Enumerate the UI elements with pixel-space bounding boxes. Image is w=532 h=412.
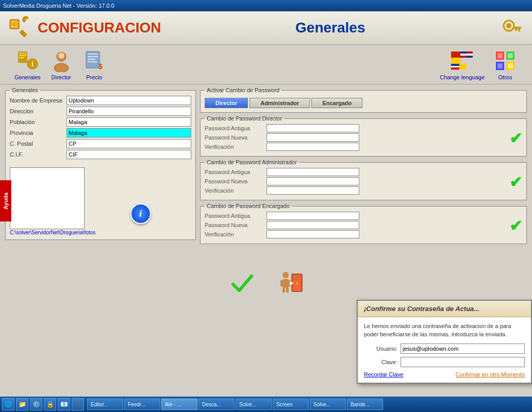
pwd-encargado-nueva-label: Password Nueva (205, 222, 267, 228)
taskbar-icon-1[interactable]: 🌐 (2, 398, 14, 410)
dialog-link-confirmar[interactable]: Confirmar en otro Momento (456, 371, 525, 377)
pwd-admin-nueva-input[interactable] (267, 177, 359, 185)
taskbar-btn-5[interactable]: Screen (273, 399, 309, 410)
input-cif[interactable] (66, 150, 191, 159)
title-bar: SolverMedia Drogueria Net - Versión: 17.… (0, 0, 532, 11)
pwd-admin-verif-input[interactable] (267, 186, 359, 195)
exit-button[interactable] (275, 270, 304, 297)
director-icon (49, 48, 74, 73)
generales-icon: i (15, 48, 40, 73)
ayuda-sidebar[interactable]: Ayuda (0, 180, 11, 221)
svg-rect-10 (515, 29, 517, 31)
svg-rect-53 (282, 287, 285, 293)
label-postal: C. Postal (10, 141, 66, 147)
svg-point-18 (54, 63, 69, 72)
taskbar-icon-4[interactable]: 🔒 (44, 398, 56, 410)
input-poblacion[interactable] (66, 117, 191, 127)
pwd-encargado-antigua-input[interactable] (267, 212, 359, 220)
taskbar-btn-0[interactable]: Editor... (87, 399, 123, 410)
taskbar-btn-4[interactable]: Solve... (236, 399, 272, 410)
taskbar: 🌐 📁 ⚙️ 🔒 📧 🎵 Editor... Feedr... Ale - ..… (0, 397, 532, 412)
label-poblacion: Población (10, 119, 66, 125)
toolbar-language-label: Change lenguage (440, 74, 485, 80)
pwd-director-antigua-input[interactable] (267, 124, 359, 132)
pwd-admin-antigua-label: Password Antigua (205, 169, 267, 175)
input-postal[interactable] (66, 139, 191, 148)
dialog-clave-row: Clave: (364, 357, 525, 367)
pwd-admin-antigua-row: Password Antigua (205, 168, 509, 176)
save-button[interactable] (229, 270, 255, 297)
password-activation-fieldset: Activar Cambio de Password Director Admi… (200, 87, 527, 113)
otros-icon (493, 48, 518, 73)
header-title: CONFIGURACION (38, 20, 161, 36)
toolbar-item-director[interactable]: Director (45, 47, 78, 81)
taskbar-icon-5[interactable]: 📧 (58, 398, 70, 410)
svg-point-57 (296, 282, 298, 284)
taskbar-icon-2[interactable]: 📁 (16, 398, 28, 410)
pwd-director-verif-input[interactable] (267, 143, 359, 151)
taskbar-btn-2[interactable]: Ale - ... (161, 399, 197, 410)
pwd-director-nueva-row: Password Nueva (205, 133, 509, 142)
svg-point-19 (58, 53, 64, 59)
pwd-encargado-nueva-input[interactable] (267, 221, 359, 229)
toolbar-item-precio[interactable]: $ Precio (78, 47, 111, 81)
generales-fieldset: Generales Nombre de Empresa Dirección Po… (5, 87, 196, 240)
input-provincia[interactable] (66, 128, 191, 138)
path-link[interactable]: C:\solver\ServidorNet\Drogueria\fotos (10, 230, 95, 235)
pwd-encargado-verif-row: Verificación (205, 230, 509, 238)
pwd-director-check: ✔ (509, 129, 522, 147)
password-activation-legend: Activar Cambio de Password (205, 87, 281, 93)
form-row-empresa: Nombre de Empresa (10, 96, 191, 105)
svg-rect-8 (513, 27, 521, 29)
svg-rect-24 (88, 61, 97, 62)
tab-administrador[interactable]: Administrador (250, 98, 310, 108)
dialog-link-recordar[interactable]: Recordar Clave (364, 371, 403, 377)
svg-rect-22 (88, 56, 98, 57)
pwd-admin-verif-label: Verificación (205, 187, 267, 194)
toolbar: i Generales Director $ Preci (0, 45, 532, 84)
taskbar-system-icons: 🌐 📁 ⚙️ 🔒 📧 🎵 (2, 398, 84, 410)
pwd-director-nueva-input[interactable] (267, 133, 359, 142)
svg-rect-33 (451, 64, 459, 66)
taskbar-icon-3[interactable]: ⚙️ (30, 398, 42, 410)
dialog-header: ¡Confirme su Contraseña de Actua... (358, 301, 531, 317)
taskbar-btn-7[interactable]: Bande... (347, 399, 383, 410)
tab-director[interactable]: Director (205, 98, 248, 108)
taskbar-btn-1[interactable]: Feedr... (124, 399, 160, 410)
svg-rect-26 (451, 52, 460, 58)
form-row-provincia: Provincia (10, 128, 191, 138)
pwd-encargado-antigua-row: Password Antigua (205, 212, 509, 220)
dialog-usuario-input[interactable] (401, 344, 525, 354)
dialog-body-text: Le hemos enviado una contraseña de activ… (364, 322, 525, 338)
toolbar-generales-label: Generales (14, 74, 41, 80)
header-area: CONFIGURACION Generales (0, 11, 532, 45)
label-direccion: Dirección (10, 108, 66, 114)
right-panel: Activar Cambio de Password Director Admi… (200, 87, 527, 262)
toolbar-item-generales[interactable]: i Generales (10, 47, 45, 81)
svg-rect-36 (459, 64, 467, 70)
form-row-direccion: Dirección (10, 107, 191, 116)
svg-rect-13 (19, 55, 26, 56)
form-row-postal: C. Postal (10, 139, 191, 148)
taskbar-btn-6[interactable]: Solve... (310, 399, 346, 410)
taskbar-icon-6[interactable]: 🎵 (72, 398, 84, 410)
form-row-cif: C.I.F. (10, 150, 191, 159)
pwd-encargado-verif-label: Verificación (205, 231, 267, 237)
toolbar-item-otros[interactable]: Otros (489, 47, 522, 81)
svg-rect-21 (88, 54, 98, 55)
svg-rect-27 (451, 58, 460, 64)
taskbar-btn-3[interactable]: Desca... (198, 399, 235, 410)
pwd-encargado-verif-input[interactable] (267, 230, 359, 238)
svg-point-49 (282, 272, 289, 278)
input-empresa[interactable] (66, 96, 191, 105)
language-icon (450, 48, 475, 73)
toolbar-item-language[interactable]: Change lenguage (436, 47, 489, 81)
toolbar-precio-label: Precio (86, 74, 102, 80)
dialog-links: Recordar Clave Confirmar en otro Momento (364, 371, 525, 377)
info-button[interactable]: i (130, 203, 151, 224)
dialog-clave-input[interactable] (401, 357, 525, 367)
tab-encargado[interactable]: Encargado (311, 98, 362, 108)
pwd-encargado-antigua-label: Password Antigua (205, 213, 267, 219)
input-direccion[interactable] (66, 107, 191, 116)
pwd-admin-antigua-input[interactable] (267, 168, 359, 176)
